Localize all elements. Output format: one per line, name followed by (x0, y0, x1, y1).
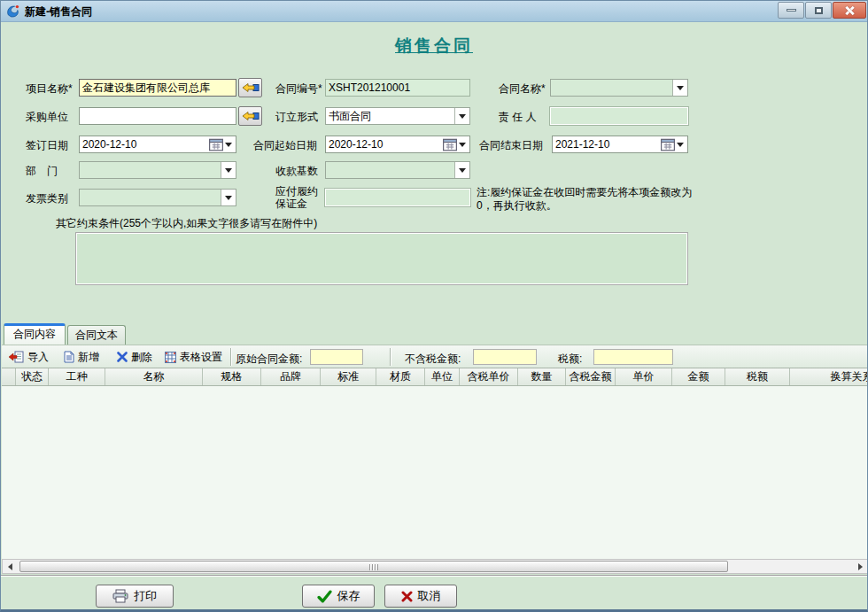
column-header[interactable]: 状态 (16, 368, 49, 385)
invoice-type-select[interactable] (79, 189, 236, 206)
sales-contract-window: 新建-销售合同 销售合同 项目名称* 合同编号* 合同名称* 采购单位 订立形式… (0, 0, 868, 612)
column-header[interactable]: 单位 (425, 368, 460, 385)
excl-tax-label: 不含税金额: (405, 352, 461, 367)
cancel-x-icon (401, 591, 413, 602)
responsible-input[interactable] (550, 107, 688, 125)
calendar-icon[interactable] (661, 137, 675, 151)
arrow-right-icon (858, 563, 863, 570)
hand-picker-icon (242, 110, 260, 122)
grid-body[interactable] (2, 386, 868, 559)
column-header[interactable]: 单价 (616, 368, 672, 385)
start-date-picker[interactable]: 2020-12-10 (325, 136, 470, 153)
sign-date-picker[interactable]: 2020-12-10 (79, 136, 236, 153)
dropdown-arrow-icon[interactable] (221, 162, 236, 178)
dropdown-arrow-icon[interactable] (454, 108, 469, 124)
purchase-unit-picker-button[interactable] (238, 106, 262, 126)
excl-tax-input[interactable] (473, 349, 537, 365)
delete-x-icon (117, 352, 128, 362)
department-label: 部 门 (26, 164, 58, 178)
tab-contract-content[interactable]: 合同内容 (4, 323, 66, 345)
column-header[interactable]: 材质 (376, 368, 425, 385)
column-header[interactable]: 标准 (321, 368, 376, 385)
close-icon (844, 5, 855, 16)
purchase-unit-label: 采购单位 (26, 110, 68, 124)
toolbar-separator (230, 348, 231, 366)
arrow-left-icon (8, 563, 12, 570)
purchase-unit-input[interactable] (79, 107, 236, 125)
tax-label: 税额: (558, 352, 582, 367)
delete-button[interactable]: 删除 (115, 348, 154, 366)
minimize-button[interactable] (778, 2, 804, 19)
close-button[interactable] (833, 2, 866, 19)
toolbar-separator (390, 348, 391, 366)
contract-name-label: 合同名称* (499, 81, 546, 96)
column-header[interactable]: 规格 (203, 368, 261, 385)
start-date-label: 合同起始日期 (253, 138, 317, 152)
tax-input[interactable] (593, 349, 673, 365)
project-label: 项目名称* (26, 81, 73, 96)
dropdown-arrow-icon[interactable] (225, 143, 232, 147)
hand-picker-icon (242, 81, 260, 94)
end-date-picker[interactable]: 2021-12-10 (552, 136, 688, 153)
dropdown-arrow-icon[interactable] (672, 80, 687, 96)
column-header[interactable]: 工种 (49, 368, 105, 385)
payment-base-select[interactable] (325, 161, 470, 179)
horizontal-scrollbar[interactable] (2, 559, 868, 574)
original-amount-label: 原始合同金额: (236, 352, 302, 367)
sign-date-label: 签订日期 (26, 138, 68, 152)
dropdown-arrow-icon[interactable] (221, 190, 236, 205)
deposit-note: 注:履约保证金在收回时需要先将本项金额改为0，再执行收款。 (477, 186, 698, 213)
window-title: 新建-销售合同 (25, 4, 92, 19)
form-type-select[interactable]: 书面合同 (325, 107, 470, 125)
dropdown-arrow-icon[interactable] (677, 143, 684, 147)
column-header[interactable]: 名称 (105, 368, 203, 385)
import-icon (9, 351, 24, 363)
grid-toolbar: 导入 新增 删除 表格设置 原 (2, 345, 868, 368)
original-amount-input[interactable] (310, 349, 363, 365)
contract-no-label: 合同编号* (275, 81, 322, 96)
project-input[interactable] (79, 79, 236, 97)
app-logo-icon (5, 4, 20, 19)
page-title: 销售合同 (1, 35, 867, 58)
scrollbar-thumb[interactable] (19, 561, 728, 572)
department-select[interactable] (79, 161, 236, 179)
calendar-icon[interactable] (443, 137, 457, 151)
printer-icon (112, 589, 128, 603)
maximize-icon (815, 7, 823, 14)
save-button[interactable]: 保存 (302, 585, 375, 608)
print-button[interactable]: 打印 (96, 585, 174, 608)
column-header[interactable]: 换算关系 (790, 368, 868, 385)
column-header[interactable]: 金额 (672, 368, 725, 385)
add-button[interactable]: 新增 (62, 348, 101, 366)
other-terms-textarea[interactable] (76, 233, 687, 284)
form-type-label: 订立形式 (275, 110, 318, 124)
calendar-icon[interactable] (209, 137, 223, 151)
project-picker-button[interactable] (238, 78, 262, 97)
dropdown-arrow-icon[interactable] (459, 143, 466, 147)
scroll-left-button[interactable] (3, 560, 17, 573)
other-terms-label: 其它约束条件(255个字以内,如果文字很多请写在附件中) (56, 216, 317, 230)
dropdown-arrow-icon[interactable] (454, 162, 469, 178)
import-button[interactable]: 导入 (7, 348, 50, 366)
titlebar: 新建-销售合同 (1, 1, 867, 22)
invoice-type-label: 发票类别 (26, 191, 68, 205)
contract-name-select[interactable] (550, 79, 688, 97)
column-header[interactable]: 含税单价 (460, 368, 518, 385)
cancel-button[interactable]: 取消 (384, 585, 457, 608)
column-header[interactable]: 含税金额 (566, 368, 616, 385)
table-settings-button[interactable]: 表格设置 (163, 348, 224, 366)
column-header[interactable]: 税额 (725, 368, 790, 385)
maximize-button[interactable] (805, 2, 832, 19)
grid-header: 状态 工种 名称 规格 品牌 标准 材质 单位 含税单价 数量 含税金额 单价 … (2, 368, 868, 386)
column-header[interactable]: 数量 (518, 368, 566, 385)
deposit-label: 应付履约保证金 (275, 185, 322, 210)
row-selector-header (2, 368, 16, 385)
scroll-right-button[interactable] (853, 560, 867, 573)
column-header[interactable]: 品牌 (261, 368, 321, 385)
grip-icon (369, 564, 378, 570)
minimize-icon (787, 9, 796, 12)
contract-no-input[interactable] (325, 79, 470, 97)
payment-base-label: 收款基数 (275, 164, 318, 178)
deposit-input[interactable] (325, 189, 470, 206)
tab-contract-text[interactable]: 合同文本 (67, 325, 126, 345)
